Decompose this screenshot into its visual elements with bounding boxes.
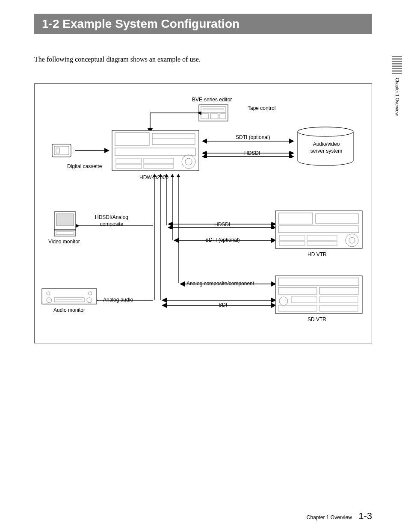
label-sd-vtr: SD VTR xyxy=(307,316,326,322)
label-tape-control: Tape control xyxy=(248,105,275,111)
page-footer: Chapter 1 Overview 1-3 xyxy=(34,511,372,522)
svg-marker-45 xyxy=(165,174,168,177)
footer-chapter: Chapter 1 Overview xyxy=(307,514,352,520)
device-hd-vtr xyxy=(275,210,363,251)
label-server: Audio/video server system xyxy=(307,141,346,154)
svg-rect-69 xyxy=(275,276,362,313)
arrow-hdsdi-top xyxy=(201,151,296,158)
side-tab-label: Chapter 1 Overview xyxy=(395,78,399,115)
device-cassette xyxy=(52,144,71,159)
svg-rect-11 xyxy=(199,105,228,121)
diagram-frame: BVE-series editor Tape control SDTI (opt… xyxy=(34,83,372,343)
arrow-sdvtr-analog xyxy=(178,281,278,287)
label-hd-vtr: HD VTR xyxy=(307,251,327,257)
arrow-to-video-monitor xyxy=(76,223,155,228)
device-video-monitor xyxy=(54,211,76,239)
arrow-to-audio-monitor xyxy=(95,298,155,303)
svg-marker-44 xyxy=(159,174,162,177)
svg-marker-47 xyxy=(177,174,180,177)
arrow-cassette xyxy=(74,148,111,153)
device-bve-editor xyxy=(198,104,228,123)
svg-rect-50 xyxy=(56,214,74,226)
arrow-sdvtr-sdi xyxy=(160,298,278,308)
intro-paragraph: The following conceptual diagram shows a… xyxy=(34,55,222,64)
label-audio-monitor: Audio monitor xyxy=(53,307,85,313)
label-video-monitor: Video monitor xyxy=(48,239,80,245)
section-title-bar: 1-2 Example System Configuration xyxy=(34,14,372,34)
footer-page-number: 1-3 xyxy=(358,511,372,521)
svg-marker-43 xyxy=(153,174,156,177)
label-bve-editor: BVE-series editor xyxy=(192,97,232,103)
svg-rect-56 xyxy=(275,211,362,248)
device-sd-vtr xyxy=(275,275,363,316)
svg-rect-51 xyxy=(54,230,76,236)
device-hdw-d2000 xyxy=(112,130,199,174)
label-cassette: Digital cassette xyxy=(67,163,102,169)
thumb-tab-icon xyxy=(391,56,403,74)
arrow-sdti-top xyxy=(201,139,296,144)
side-tab: Chapter 1 Overview xyxy=(390,56,404,115)
svg-point-19 xyxy=(298,127,353,136)
svg-marker-46 xyxy=(171,174,174,177)
device-audio-monitor xyxy=(41,288,97,307)
section-title: 1-2 Example System Configuration xyxy=(42,17,239,31)
svg-rect-27 xyxy=(112,130,199,171)
arrow-hdvtr-sdti xyxy=(172,238,278,243)
arrow-hdvtr-hdsdi xyxy=(166,222,278,229)
